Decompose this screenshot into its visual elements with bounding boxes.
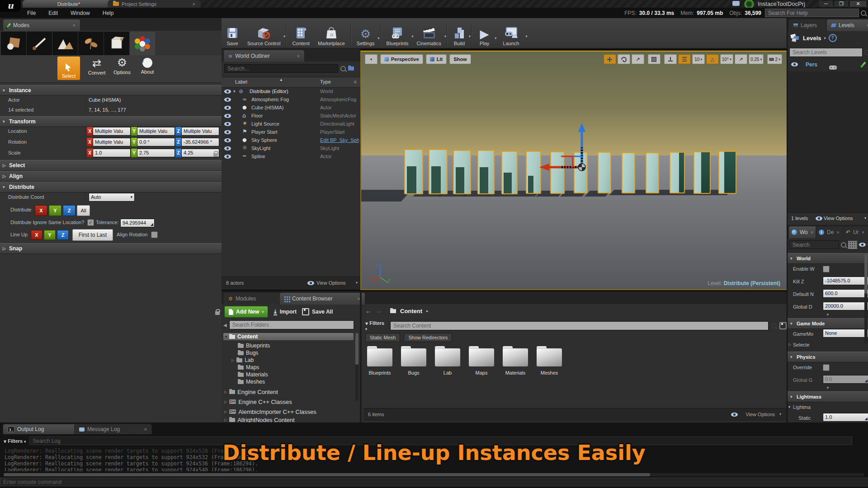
align-rotation-checkbox[interactable] — [151, 231, 158, 238]
expand-more-icon[interactable]: ▼ — [788, 313, 868, 317]
instance-box[interactable] — [646, 152, 659, 193]
instance-box[interactable] — [429, 149, 448, 194]
tree-scrollbar[interactable] — [355, 333, 359, 401]
tab-content-browser[interactable]: Content Browser × — [279, 292, 365, 305]
close-icon[interactable]: × — [144, 427, 147, 432]
asset-folder-lab[interactable]: Lab — [435, 348, 460, 375]
static-lighting-field[interactable]: 1.0◢ — [823, 413, 868, 422]
grid-snap-value[interactable]: 10▾ — [692, 54, 705, 64]
expander-icon[interactable]: ▾ — [233, 89, 236, 94]
asset-folder-bugs[interactable]: Bugs — [401, 348, 426, 375]
outliner-row-player-start[interactable]: ⚑ Player Start PlayerStart — [222, 128, 360, 136]
mode-geometry[interactable] — [104, 32, 129, 55]
show-menu-button[interactable]: Show — [449, 54, 471, 64]
save-all-button[interactable]: Save All — [302, 308, 333, 315]
menu-file[interactable]: File — [21, 10, 42, 16]
menu-edit[interactable]: Edit — [42, 10, 64, 16]
visibility-eye-icon[interactable] — [224, 106, 231, 110]
distribute-x-button[interactable]: X — [35, 205, 47, 216]
instance-box[interactable] — [693, 151, 711, 194]
tab-modes[interactable]: Modes × — [3, 19, 80, 31]
outliner-row-spline[interactable]: ~ Spline Actor — [222, 153, 360, 161]
expand-more-icon[interactable]: ▼ — [788, 386, 868, 390]
section-distribute[interactable]: ▾Distribute — [0, 182, 230, 192]
help-icon[interactable]: ? — [829, 34, 837, 42]
scale-x-field[interactable]: 1.0 — [93, 149, 131, 157]
outliner-row-sky-sphere[interactable]: ● Sky Sphere Edit BP_Sky_Sphere — [222, 136, 360, 145]
tree-item-allrightnodes[interactable]: ▷AllrightNodes Content — [224, 417, 295, 422]
rotation-y-field[interactable]: 0.0 ° — [137, 138, 175, 146]
tree-item-content-root[interactable]: ▾ Content — [223, 333, 354, 340]
distribute-all-button[interactable]: All — [77, 205, 90, 216]
expander-icon[interactable]: ▷ — [224, 418, 227, 422]
outliner-row-floor[interactable]: ⌂ Floor StaticMeshActor — [222, 112, 360, 120]
selected-gamemode-row[interactable]: ▷ Selecte — [788, 340, 868, 351]
viewport[interactable]: ▾ Perspective Lit Show ↗ 10▾ △ 10°▾ ↗ 0.… — [360, 51, 788, 290]
enable-world-checkbox[interactable] — [823, 266, 830, 272]
tree-item-materials[interactable]: Materials — [238, 371, 268, 378]
convert-tool-button[interactable]: ⇄ Convert — [86, 58, 108, 75]
close-button[interactable]: ✕ — [850, 1, 866, 7]
level-row[interactable]: Pers — [788, 60, 868, 70]
tree-item-bugs[interactable]: Bugs — [238, 349, 258, 357]
log-filters-button[interactable]: ▼ Filters ▾ — [4, 438, 26, 444]
play-button[interactable]: ▶ Play ▾ — [473, 28, 495, 46]
move-tool-button[interactable] — [604, 54, 616, 64]
edit-blueprint-link[interactable]: Edit BP_Sky_Sphere — [320, 137, 359, 143]
levels-menu[interactable]: Levels ▾ ? — [790, 33, 837, 42]
import-button[interactable]: ⤓ Import — [274, 308, 297, 315]
details-search-input[interactable] — [789, 240, 839, 249]
about-tool-button[interactable]: i About — [137, 58, 158, 75]
visibility-eye-icon[interactable] — [224, 130, 231, 134]
help-search-input[interactable] — [765, 9, 859, 17]
content-view-options[interactable]: View Options — [745, 412, 775, 417]
visibility-eye-icon[interactable] — [224, 89, 231, 94]
tab-details[interactable]: iDe× — [816, 226, 844, 238]
visibility-eye-icon[interactable] — [224, 138, 231, 142]
type-filter-icon[interactable]: ≡ — [354, 79, 357, 84]
location-x-field[interactable]: Multiple Valu — [93, 127, 131, 136]
close-icon[interactable]: × — [867, 23, 868, 28]
search-levels-input[interactable] — [789, 48, 863, 57]
outliner-row-skylight[interactable]: ☼ SkyLight SkyLight — [222, 145, 360, 153]
launch-button[interactable]: Launch ▾ — [495, 26, 526, 46]
transform-gizmo[interactable] — [533, 119, 601, 178]
add-new-button[interactable]: Add New ▾ — [224, 306, 268, 318]
outliner-search-input[interactable] — [224, 64, 338, 73]
scale-y-field[interactable]: 2.75 — [137, 149, 175, 157]
close-icon[interactable]: × — [73, 23, 75, 28]
kill-z-field[interactable]: -1048575.0◢ — [823, 277, 868, 285]
search-icon[interactable] — [861, 10, 866, 16]
section-instance[interactable]: ▾Instance — [0, 85, 230, 96]
instance-box[interactable] — [718, 151, 736, 194]
log-hscrollbar[interactable] — [4, 473, 864, 476]
mode-place[interactable] — [1, 32, 26, 55]
reset-icon[interactable]: ◢ — [151, 221, 153, 228]
tree-item-alembic-cpp[interactable]: ▷C++AlembicImporter C++ Classes — [224, 408, 316, 415]
viewport-options-button[interactable]: ▾ — [365, 54, 377, 64]
lit-mode-button[interactable]: Lit — [426, 54, 447, 64]
expander-icon[interactable]: ▷ — [224, 400, 227, 404]
options-tool-button[interactable]: ⚙ Options — [111, 57, 133, 75]
search-folders-input[interactable] — [229, 320, 354, 329]
asset-folder-blueprints[interactable]: Blueprints — [367, 348, 392, 375]
tab-levels[interactable]: Levels × — [826, 19, 868, 31]
display-filter-eye-icon[interactable] — [859, 243, 866, 247]
world-local-toggle[interactable] — [648, 54, 660, 64]
mode-instance-tool[interactable] — [130, 32, 155, 55]
back-button[interactable]: ← — [365, 308, 371, 314]
angle-snap-toggle[interactable]: △ — [706, 54, 719, 64]
menu-window[interactable]: Window — [64, 10, 96, 16]
instance-box[interactable] — [477, 150, 495, 194]
tab-output-log[interactable]: ❯_ Output Log × — [3, 424, 81, 434]
console-command-input[interactable] — [0, 478, 868, 486]
reset-icon[interactable]: ◢ — [865, 415, 868, 422]
mode-landscape[interactable] — [52, 32, 78, 55]
expander-icon[interactable]: ▷ — [224, 410, 227, 414]
section-physics[interactable]: ▾Physics — [788, 352, 868, 362]
filters-button[interactable]: ▼ Filters ▾ — [365, 320, 387, 331]
instance-box[interactable] — [670, 152, 685, 193]
gamemode-dropdown[interactable]: None — [823, 329, 868, 338]
asset-folder-materials[interactable]: Materials — [503, 348, 528, 375]
global-distance-field[interactable]: 20000.0◢ — [823, 302, 868, 310]
